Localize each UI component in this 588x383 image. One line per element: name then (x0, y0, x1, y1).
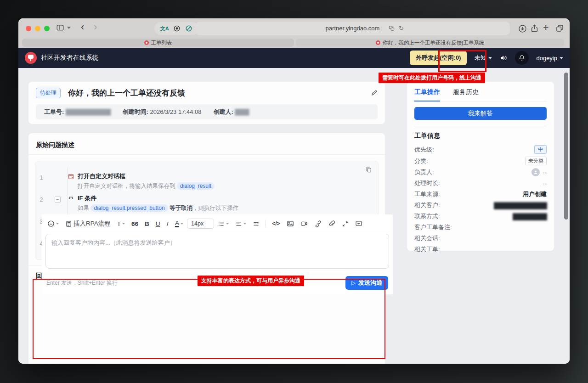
copy-icon[interactable] (365, 166, 372, 173)
avatar (531, 168, 540, 176)
app-logo-icon (25, 52, 37, 64)
bold-button[interactable]: B (142, 219, 152, 229)
browser-window: ‹ › 文A partner.yingdao.com ↻ + (18, 18, 570, 364)
info-row-category: 分类: 未分类 (414, 157, 547, 165)
outbound-call-button[interactable]: 外呼发起(空闲:0) (410, 51, 467, 65)
site-favicon (144, 40, 149, 45)
ticket-no-label: 工单号: (44, 108, 64, 115)
step-title: IF 条件 (78, 194, 238, 203)
horizontal-rule-button[interactable] (250, 219, 262, 229)
back-button[interactable]: ‹ (81, 22, 84, 32)
page-scrollbar[interactable] (564, 73, 568, 220)
forward-button[interactable]: › (94, 22, 97, 32)
tab-ticket-detail[interactable]: 你好，我的上一个工单还没有反馈|工单系统 (296, 39, 564, 47)
page-translate-icon[interactable] (388, 25, 395, 32)
edit-title-icon[interactable] (371, 90, 378, 96)
minimize-window-button[interactable] (35, 26, 40, 31)
insert-link-button[interactable] (311, 218, 324, 229)
priority-badge: 中 (534, 145, 547, 154)
send-icon: ▷ (351, 280, 356, 286)
info-row-source: 工单来源: 用户创建 (414, 190, 547, 198)
send-button[interactable]: ▷发送沟通 (345, 276, 388, 290)
reply-input[interactable] (45, 234, 389, 269)
address-bar[interactable]: partner.yingdao.com ↻ (195, 22, 510, 35)
italic-button[interactable]: I (164, 218, 172, 229)
step-number: 2 (35, 192, 47, 212)
new-tab-icon[interactable]: + (543, 22, 548, 33)
created-value: 2026/3/23 17:44:08 (150, 108, 201, 115)
share-icon[interactable] (530, 24, 539, 33)
downloads-icon[interactable] (518, 24, 527, 33)
code-button[interactable]: </> (269, 219, 283, 229)
tab-label: 你好，我的上一个工单还没有反馈|工单系统 (383, 39, 485, 46)
desktop: ‹ › 文A partner.yingdao.com ↻ + (0, 0, 588, 383)
variable-pill[interactable]: dialog_result.pressed_button (90, 204, 168, 212)
browser-chrome: ‹ › 文A partner.yingdao.com ↻ + (18, 18, 570, 48)
fullscreen-button[interactable] (339, 219, 351, 229)
dialog-icon (68, 172, 74, 190)
info-row-customer: 相关客户: ██████████████ (414, 201, 547, 209)
send-hint: Enter 发送，Shift+Enter 换行 (46, 279, 118, 287)
ticket-info-title: 工单信息 (414, 132, 547, 140)
blockquote-button[interactable]: 66 (129, 219, 141, 229)
bullet-list-button[interactable] (215, 219, 232, 229)
info-row-assignee: 负责人: -- (414, 168, 547, 176)
step-title: 打开自定义对话框 (78, 172, 215, 180)
reply-editor: 插入RPA流程 T 66 B U I A 14px </> (42, 214, 393, 294)
variable-pill[interactable]: dialog_result (177, 182, 215, 190)
notifications-bell-icon[interactable] (515, 51, 529, 65)
extension-group: 文A (154, 22, 198, 35)
tab-strip: 工单列表 你好，我的上一个工单还没有反馈|工单系统 (18, 39, 570, 48)
tab-label: 工单列表 (151, 39, 172, 46)
category-badge: 未分类 (525, 157, 547, 165)
created-label: 创建时间: (123, 108, 148, 115)
insert-image-button[interactable] (284, 218, 297, 229)
insert-video-button[interactable] (298, 218, 311, 229)
answer-button[interactable]: 我来解答 (414, 107, 547, 120)
font-color-button[interactable]: A (172, 218, 186, 229)
attachment-button[interactable] (325, 218, 338, 229)
insert-rpa-flow-button[interactable]: 插入RPA流程 (62, 218, 113, 230)
status-dropdown[interactable]: 未知 (474, 54, 492, 62)
reload-icon[interactable]: ↻ (399, 25, 404, 32)
translate-extension-icon[interactable]: 文A (160, 25, 169, 32)
text-style-button[interactable]: T (114, 219, 128, 229)
app-navbar: 社区开发者在线系统 外呼发起(空闲:0) 未知 dogeyip (18, 48, 570, 68)
flow-step-2: 2 − IF 条件 如果 dialog_result.pressed_butto… (35, 192, 378, 212)
ticket-title: 你好，我的上一个工单还没有反馈 (68, 88, 185, 98)
align-button[interactable] (232, 219, 249, 229)
tab-overview-icon[interactable] (555, 24, 564, 33)
tab-ticket-list[interactable]: 工单列表 (22, 39, 294, 47)
tab-service-history[interactable]: 服务历史 (453, 88, 479, 101)
info-row-note: 客户工单备注: (414, 223, 547, 231)
sidebar-toggle-icon[interactable] (56, 23, 71, 32)
collapse-toggle[interactable]: − (55, 197, 61, 203)
info-row-contact: 联系方式: █████████ (414, 212, 547, 220)
font-size-select[interactable]: 14px (187, 219, 214, 229)
quick-reply-button[interactable] (352, 218, 365, 229)
speaker-icon[interactable] (499, 54, 508, 62)
ticket-no-value: █████████████ (66, 109, 111, 115)
if-condition-icon (68, 194, 74, 212)
zoom-window-button[interactable] (44, 26, 50, 31)
user-menu[interactable]: dogeyip (536, 55, 563, 62)
close-window-button[interactable] (26, 26, 31, 31)
site-favicon (376, 40, 380, 45)
tab-ticket-actions[interactable]: 工单操作 (414, 88, 440, 101)
blocker-extension-icon[interactable] (185, 25, 192, 32)
status-badge: 待处理 (36, 88, 61, 98)
ticket-actions-panel: 工单操作 服务历史 我来解答 工单信息 优先级: 中 分类: 未分类 负责人: … (407, 82, 554, 251)
page-content: 待处理 你好，我的上一个工单还没有反馈 工单号: █████████████ 创… (18, 68, 570, 364)
flow-step-1: 1 打开自定义对话框 打开自定义对话框，将输入结果保存到 dialog_resu… (35, 170, 378, 190)
info-row-session: 相关会话: (414, 234, 547, 242)
app-brand: 社区开发者在线系统 (41, 54, 99, 62)
info-row-duration: 处理时长: -- (414, 179, 547, 187)
creator-value: ████ (235, 109, 249, 115)
emoji-button[interactable] (45, 218, 62, 229)
underline-button[interactable]: U (153, 219, 163, 229)
target-extension-icon[interactable] (173, 25, 181, 32)
ticket-header-card: 待处理 你好，我的上一个工单还没有反馈 工单号: █████████████ 创… (28, 82, 385, 124)
ticket-meta-bar: 工单号: █████████████ 创建时间: 2026/3/23 17:44… (36, 104, 378, 119)
info-row-related: 相关工单: (414, 245, 547, 253)
creator-label: 创建人: (214, 108, 233, 115)
